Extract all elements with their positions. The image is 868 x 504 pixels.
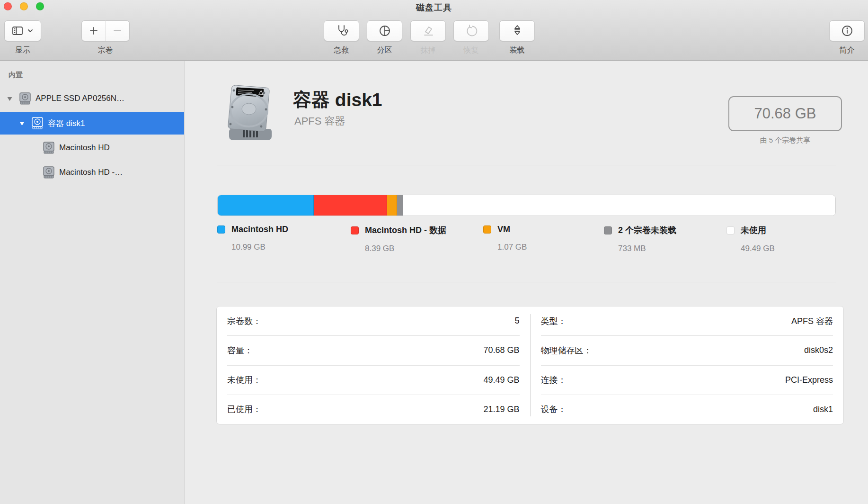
usage-segment-free bbox=[403, 195, 835, 216]
plus-icon bbox=[89, 26, 99, 36]
detail-label: 未使用： bbox=[227, 374, 261, 386]
detail-value: 5 bbox=[514, 316, 519, 326]
mount-eject-icon bbox=[511, 24, 523, 38]
toolbar-item-first-aid: 急救 bbox=[324, 20, 359, 55]
legend-item: Macintosh HD - 数据 8.39 GB bbox=[351, 225, 446, 253]
legend-name: 未使用 bbox=[741, 225, 766, 236]
legend-item: VM 1.07 GB bbox=[483, 225, 527, 252]
restore-button[interactable] bbox=[453, 20, 489, 41]
sidebar-item-label: Macintosh HD bbox=[59, 143, 110, 153]
mount-button[interactable] bbox=[499, 20, 535, 41]
page-title: 容器 disk1 bbox=[293, 87, 382, 113]
info-button[interactable] bbox=[829, 20, 865, 41]
detail-value: 49.49 GB bbox=[483, 375, 519, 385]
toolbar-item-show: 显示 bbox=[4, 20, 41, 55]
legend-swatch bbox=[604, 226, 612, 234]
toolbar-label: 急救 bbox=[324, 45, 359, 55]
detail-row-device: 设备： disk1 bbox=[541, 395, 833, 424]
sidebar: 内置 APPLE SSD AP0256N… bbox=[0, 61, 185, 504]
legend-size: 10.99 GB bbox=[231, 243, 288, 252]
legend-item: Macintosh HD 10.99 GB bbox=[217, 225, 288, 252]
separator bbox=[217, 165, 836, 165]
usage-segment-macintosh-hd-data bbox=[314, 195, 387, 216]
partition-button[interactable] bbox=[367, 20, 402, 41]
toolbar-item-restore: 恢复 bbox=[453, 20, 489, 55]
eraser-icon bbox=[422, 24, 435, 37]
sidebar-item-macintosh-hd[interactable]: Macintosh HD bbox=[0, 136, 184, 159]
legend-name: Macintosh HD - 数据 bbox=[365, 225, 446, 236]
add-volume-button[interactable] bbox=[82, 20, 106, 41]
capacity-badge-note: 由 5 个宗卷共享 bbox=[728, 136, 842, 145]
details-card: 宗卷数： 5 容量： 70.68 GB 未使用： 49.49 GB 已使用： 2… bbox=[216, 306, 844, 424]
detail-value: APFS 容器 bbox=[791, 315, 833, 327]
minus-icon bbox=[112, 26, 123, 36]
usage-bar bbox=[217, 195, 836, 216]
legend-swatch bbox=[217, 225, 225, 234]
legend-size: 49.49 GB bbox=[741, 244, 775, 253]
sidebar-section-internal: 内置 bbox=[9, 71, 23, 80]
hard-drive-icon bbox=[221, 82, 280, 144]
legend-name: 2 个宗卷未装载 bbox=[618, 225, 676, 236]
detail-label: 类型： bbox=[541, 315, 567, 327]
detail-row-used: 已使用： 21.19 GB bbox=[227, 395, 520, 424]
toolbar-label: 恢复 bbox=[453, 45, 489, 55]
detail-label: 容量： bbox=[227, 345, 253, 356]
usage-segment-vm bbox=[387, 195, 397, 216]
legend-swatch bbox=[483, 225, 491, 234]
first-aid-button[interactable] bbox=[324, 20, 359, 41]
legend-swatch bbox=[351, 226, 359, 234]
disk-utility-window: 磁盘工具 显示 bbox=[0, 0, 868, 504]
disk-icon bbox=[42, 165, 56, 180]
detail-value: disk1 bbox=[813, 405, 833, 414]
sidebar-item-container-disk1[interactable]: 容器 disk1 bbox=[0, 112, 184, 135]
disclosure-triangle-icon[interactable] bbox=[19, 120, 25, 126]
erase-button[interactable] bbox=[410, 20, 446, 41]
remove-volume-button[interactable] bbox=[106, 20, 129, 41]
legend-item: 未使用 49.49 GB bbox=[726, 225, 775, 253]
show-view-button[interactable] bbox=[4, 20, 41, 41]
disclosure-triangle-icon[interactable] bbox=[7, 96, 13, 102]
sidebar-item-label: APPLE SSD AP0256N… bbox=[35, 94, 124, 103]
detail-label: 物理储存区： bbox=[541, 345, 592, 356]
detail-row-connection: 连接： PCI-Express bbox=[541, 366, 833, 395]
detail-value: disk0s2 bbox=[804, 345, 833, 355]
toolbar-label: 显示 bbox=[4, 45, 41, 55]
detail-value: 70.68 GB bbox=[483, 345, 519, 355]
partition-pie-icon bbox=[378, 24, 391, 37]
toolbar-item-volumes: 宗卷 bbox=[81, 20, 130, 55]
toolbar-item-mount: 装载 bbox=[499, 20, 535, 55]
toolbar-item-partition: 分区 bbox=[367, 20, 402, 55]
capacity-badge: 70.68 GB bbox=[728, 96, 842, 131]
restore-arrow-icon bbox=[465, 24, 478, 37]
detail-row-free: 未使用： 49.49 GB bbox=[227, 366, 520, 395]
detail-label: 已使用： bbox=[227, 404, 261, 415]
usage-segment-unmounted bbox=[397, 195, 404, 216]
sidebar-item-macintosh-hd-data[interactable]: Macintosh HD -… bbox=[0, 161, 184, 184]
sidebar-item-apple-ssd[interactable]: APPLE SSD AP0256N… bbox=[0, 87, 184, 110]
sidebar-item-label: Macintosh HD -… bbox=[59, 168, 123, 177]
sidebar-item-label: 容器 disk1 bbox=[48, 118, 85, 129]
legend-size: 733 MB bbox=[618, 244, 676, 253]
detail-row-type: 类型： APFS 容器 bbox=[541, 306, 833, 336]
info-circle-icon bbox=[841, 24, 854, 37]
separator bbox=[217, 282, 836, 282]
toolbar-label: 抹掉 bbox=[410, 45, 446, 55]
sidebar-panel-icon bbox=[11, 25, 24, 36]
usage-segment-macintosh-hd bbox=[218, 195, 314, 216]
detail-label: 宗卷数： bbox=[227, 315, 261, 327]
detail-value: 21.19 GB bbox=[483, 405, 519, 414]
legend-size: 1.07 GB bbox=[497, 243, 527, 252]
disk-icon bbox=[18, 91, 32, 106]
toolbar-label: 装载 bbox=[499, 45, 535, 55]
legend-size: 8.39 GB bbox=[365, 244, 446, 253]
detail-row-physical-store: 物理储存区： disk0s2 bbox=[541, 336, 833, 365]
disk-icon bbox=[42, 141, 56, 155]
toolbar-label: 宗卷 bbox=[81, 45, 130, 55]
legend-name: Macintosh HD bbox=[231, 225, 288, 234]
detail-row-volume-count: 宗卷数： 5 bbox=[227, 306, 520, 336]
disk-icon bbox=[30, 116, 44, 130]
main-content: 容器 disk1 APFS 容器 70.68 GB 由 5 个宗卷共享 Maci… bbox=[185, 61, 868, 504]
toolbar-label: 分区 bbox=[367, 45, 402, 55]
page-subtitle: APFS 容器 bbox=[294, 114, 345, 128]
legend-name: VM bbox=[497, 225, 510, 234]
